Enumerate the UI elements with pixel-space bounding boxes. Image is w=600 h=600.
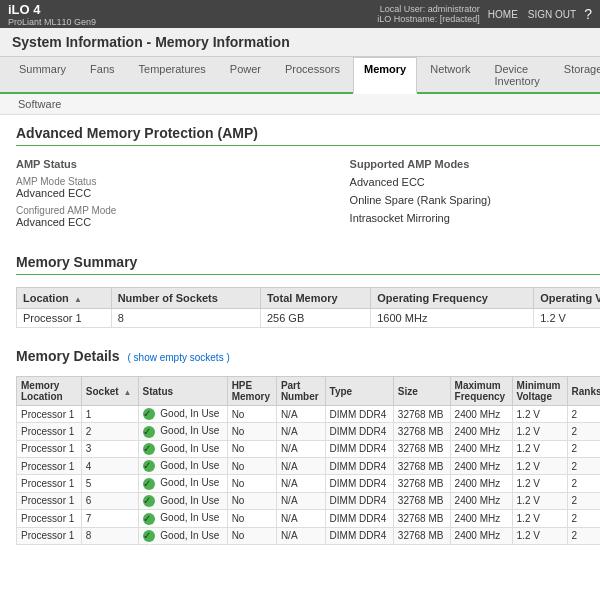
th-size: Size (393, 377, 450, 406)
detail-type: DIMM DDR4 (325, 527, 393, 544)
amp-status-block: AMP Status AMP Mode Status Advanced ECC … (16, 158, 342, 234)
tab-fans[interactable]: Fans (79, 57, 125, 92)
home-link[interactable]: HOME (488, 9, 518, 20)
detail-location: Processor 1 (17, 406, 82, 423)
tab-device-inventory[interactable]: Device Inventory (484, 57, 551, 92)
amp-supported-block: Supported AMP Modes Advanced ECC Online … (350, 158, 600, 234)
detail-socket: 1 (81, 406, 138, 423)
detail-type: DIMM DDR4 (325, 423, 393, 440)
tab-processors[interactable]: Processors (274, 57, 351, 92)
brand-section: iLO 4 ProLiant ML110 Gen9 (8, 2, 96, 27)
signout-link[interactable]: SIGN OUT (528, 9, 576, 20)
app-brand: iLO 4 (8, 2, 96, 17)
col-freq: Operating Frequency (371, 288, 534, 309)
detail-voltage: 1.2 V (512, 527, 567, 544)
summary-voltage: 1.2 V (534, 309, 600, 328)
th-memloc: MemoryLocation (17, 377, 82, 406)
detail-hpe: No (227, 423, 276, 440)
th-ranks: Ranks (567, 377, 600, 406)
tab-memory[interactable]: Memory (353, 57, 417, 94)
detail-size: 32768 MB (393, 458, 450, 475)
detail-hpe: No (227, 510, 276, 527)
detail-size: 32768 MB (393, 510, 450, 527)
detail-size: 32768 MB (393, 406, 450, 423)
detail-socket: 5 (81, 475, 138, 492)
nav-tabs-2: Software (0, 94, 600, 115)
tab-power[interactable]: Power (219, 57, 272, 92)
detail-type: DIMM DDR4 (325, 440, 393, 457)
tab-network[interactable]: Network (419, 57, 481, 92)
summary-location: Processor 1 (17, 309, 112, 328)
detail-voltage: 1.2 V (512, 492, 567, 509)
detail-part: N/A (276, 510, 325, 527)
detail-size: 32768 MB (393, 440, 450, 457)
detail-status: ✓ Good, In Use (138, 492, 227, 509)
col-sockets: Number of Sockets (111, 288, 260, 309)
details-row: Processor 1 7 ✓ Good, In Use No N/A DIMM… (17, 510, 601, 527)
detail-hpe: No (227, 440, 276, 457)
memory-summary-title: Memory Summary (16, 254, 600, 275)
content-area: System Information - Memory Information … (0, 28, 600, 588)
summary-total: 256 GB (260, 309, 370, 328)
detail-freq: 2400 MHz (450, 423, 512, 440)
app-model: ProLiant ML110 Gen9 (8, 17, 96, 27)
detail-freq: 2400 MHz (450, 406, 512, 423)
status-ok-icon: ✓ (143, 530, 155, 542)
th-minvolt: MinimumVoltage (512, 377, 567, 406)
detail-freq: 2400 MHz (450, 510, 512, 527)
detail-location: Processor 1 (17, 423, 82, 440)
th-socket: Socket ▲ (81, 377, 138, 406)
detail-freq: 2400 MHz (450, 475, 512, 492)
details-header-row: Memory Details ( show empty sockets ) (16, 348, 600, 368)
detail-hpe: No (227, 492, 276, 509)
help-icon[interactable]: ? (584, 6, 592, 22)
tab-temperatures[interactable]: Temperatures (128, 57, 217, 92)
detail-status: ✓ Good, In Use (138, 475, 227, 492)
detail-status: ✓ Good, In Use (138, 458, 227, 475)
detail-status: ✓ Good, In Use (138, 406, 227, 423)
detail-ranks: 2 (567, 527, 600, 544)
detail-part: N/A (276, 406, 325, 423)
detail-hpe: No (227, 406, 276, 423)
details-row: Processor 1 6 ✓ Good, In Use No N/A DIMM… (17, 492, 601, 509)
amp-grid: AMP Status AMP Mode Status Advanced ECC … (16, 158, 600, 234)
detail-socket: 2 (81, 423, 138, 440)
tab-storage[interactable]: Storage (553, 57, 600, 92)
th-part: PartNumber (276, 377, 325, 406)
details-row: Processor 1 3 ✓ Good, In Use No N/A DIMM… (17, 440, 601, 457)
detail-ranks: 2 (567, 406, 600, 423)
amp-mode-label: AMP Mode Status (16, 176, 342, 187)
th-hpe: HPEMemory (227, 377, 276, 406)
detail-ranks: 2 (567, 475, 600, 492)
detail-location: Processor 1 (17, 475, 82, 492)
details-row: Processor 1 2 ✓ Good, In Use No N/A DIMM… (17, 423, 601, 440)
detail-freq: 2400 MHz (450, 458, 512, 475)
tab-summary[interactable]: Summary (8, 57, 77, 92)
detail-socket: 6 (81, 492, 138, 509)
detail-size: 32768 MB (393, 492, 450, 509)
detail-freq: 2400 MHz (450, 440, 512, 457)
tab-software[interactable]: Software (8, 94, 71, 114)
detail-voltage: 1.2 V (512, 406, 567, 423)
detail-hpe: No (227, 475, 276, 492)
detail-status: ✓ Good, In Use (138, 423, 227, 440)
memory-summary-table: Location ▲ Number of Sockets Total Memor… (16, 287, 600, 328)
detail-socket: 3 (81, 440, 138, 457)
detail-size: 32768 MB (393, 423, 450, 440)
summary-row: Processor 1 8 256 GB 1600 MHz 1.2 V (17, 309, 601, 328)
details-row: Processor 1 1 ✓ Good, In Use No N/A DIMM… (17, 406, 601, 423)
detail-part: N/A (276, 492, 325, 509)
detail-ranks: 2 (567, 510, 600, 527)
status-ok-icon: ✓ (143, 408, 155, 420)
th-type: Type (325, 377, 393, 406)
detail-type: DIMM DDR4 (325, 492, 393, 509)
detail-socket: 4 (81, 458, 138, 475)
detail-status: ✓ Good, In Use (138, 527, 227, 544)
show-empty-sockets-link[interactable]: ( show empty sockets ) (127, 352, 229, 363)
detail-voltage: 1.2 V (512, 475, 567, 492)
detail-type: DIMM DDR4 (325, 406, 393, 423)
main-layout: System Information - Memory Information … (0, 28, 600, 588)
supported-mode-2: Online Spare (Rank Sparing) (350, 194, 600, 206)
detail-status: ✓ Good, In Use (138, 440, 227, 457)
col-voltage: Operating Voltage (534, 288, 600, 309)
